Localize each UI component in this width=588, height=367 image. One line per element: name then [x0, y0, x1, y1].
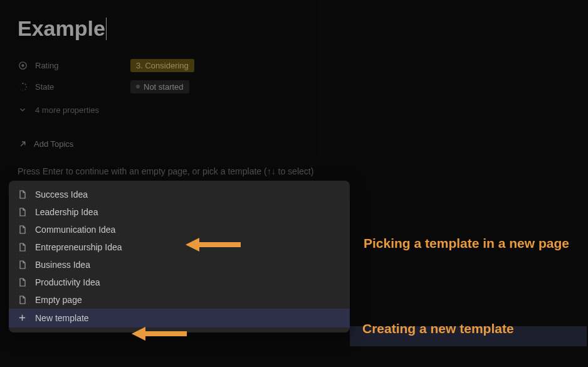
template-item-empty-page[interactable]: Empty page [9, 291, 350, 309]
state-dot-icon [136, 85, 140, 88]
svg-point-6 [22, 90, 23, 91]
page-icon [18, 242, 28, 252]
page-icon [18, 277, 28, 287]
plus-icon [18, 313, 28, 323]
svg-point-1 [22, 65, 24, 66]
rating-badge[interactable]: 3. Considering [130, 59, 194, 72]
template-item-success-idea[interactable]: Success Idea [9, 186, 350, 203]
target-icon [18, 60, 28, 70]
spinner-icon [18, 82, 28, 92]
annotation-creating: Creating a new template [362, 320, 569, 338]
template-label: Communication Idea [35, 225, 115, 235]
annotation-arrow-2 [132, 325, 188, 343]
template-label: Productivity Idea [35, 277, 100, 287]
new-template-label: New template [35, 313, 89, 323]
add-topics-label: Add Topics [34, 139, 73, 149]
annotation-picking: Picking a template in a new page [364, 235, 570, 252]
property-state[interactable]: State Not started [18, 76, 570, 97]
annotation-arrow-1 [186, 236, 242, 253]
template-label: Entrepreneurship Idea [35, 242, 122, 252]
page-icon [18, 225, 28, 235]
page-title[interactable]: Example [18, 16, 105, 41]
svg-point-8 [19, 86, 19, 87]
property-label: Rating [35, 61, 123, 70]
svg-marker-16 [132, 327, 145, 341]
template-item-productivity-idea[interactable]: Productivity Idea [9, 274, 350, 291]
more-properties-label: 4 more properties [35, 105, 99, 115]
page-icon [18, 260, 28, 270]
template-item-leadership-idea[interactable]: Leadership Idea [9, 203, 350, 221]
template-item-business-idea[interactable]: Business Idea [9, 256, 350, 274]
svg-point-9 [20, 84, 21, 85]
template-item-entrepreneurship-idea[interactable]: Entrepreneurship Idea [9, 238, 350, 256]
svg-point-3 [24, 83, 26, 85]
template-label: Empty page [35, 295, 82, 305]
svg-point-7 [19, 88, 20, 89]
svg-marker-14 [186, 238, 199, 252]
chevron-down-icon [18, 105, 28, 115]
page-icon [18, 295, 28, 305]
template-item-communication-idea[interactable]: Communication Idea [9, 221, 350, 238]
property-label: State [35, 82, 123, 92]
template-label: Leadership Idea [35, 207, 98, 217]
property-rating[interactable]: Rating 3. Considering [18, 55, 570, 76]
svg-point-4 [26, 86, 27, 87]
state-badge[interactable]: Not started [130, 80, 189, 93]
svg-point-5 [24, 88, 26, 90]
page-icon [18, 189, 28, 199]
page-icon [18, 207, 28, 217]
template-instruction: Press Enter to continue with an empty pa… [18, 166, 570, 176]
template-label: Success Idea [35, 189, 88, 199]
more-properties-toggle[interactable]: 4 more properties [18, 101, 570, 119]
template-picker-popup: Success Idea Leadership Idea Communicati… [9, 181, 350, 332]
svg-point-2 [22, 82, 23, 83]
arrow-up-right-icon [18, 139, 28, 149]
state-value: Not started [144, 82, 184, 92]
svg-line-10 [21, 142, 25, 146]
add-topics-button[interactable]: Add Topics [18, 135, 570, 152]
template-label: Business Idea [35, 260, 90, 270]
